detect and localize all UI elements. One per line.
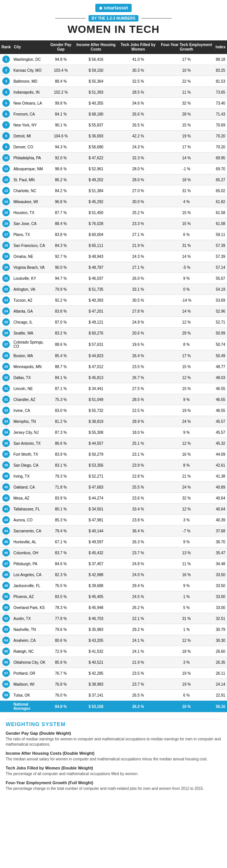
- rank-badge: 24: [2, 307, 10, 315]
- cell-tech-jobs: 33.4 %: [117, 504, 159, 515]
- cell-gender-pay-gap: 76.0 %: [47, 690, 75, 701]
- divider-left: [55, 18, 86, 19]
- rank-badge: 22: [2, 285, 10, 293]
- cell-tech-jobs: 26.3 %: [117, 537, 159, 547]
- cell-city: Virginia Beach, VA: [12, 262, 47, 273]
- cell-income: $ 37,457: [75, 558, 117, 569]
- cell-index: 33.50: [214, 569, 227, 580]
- cell-avg-employment-growth: 10 %: [159, 701, 214, 712]
- rank-badge: 8: [2, 132, 10, 140]
- cell-income: $ 44,557: [75, 438, 117, 449]
- cell-employment-growth: 11 %: [159, 558, 214, 569]
- cell-income: $ 46,037: [75, 273, 117, 284]
- rank-badge: 43: [2, 516, 10, 524]
- table-row: 46 Columbus, OH 83.7 % $ 45,432 23.7 % 1…: [0, 547, 227, 558]
- cell-tech-jobs: 29.4 %: [117, 580, 159, 591]
- cell-gender-pay-gap: 75.3 %: [47, 394, 75, 405]
- rank-badge: 47: [2, 560, 10, 567]
- cell-gender-pay-gap: 92.7 %: [47, 251, 75, 262]
- table-row: 8 Detroit, MI 104.6 % $ 36,693 42.2 % 19…: [0, 131, 227, 142]
- cell-employment-growth: 11 %: [159, 87, 214, 98]
- cell-tech-jobs: 28.5 %: [117, 394, 159, 405]
- cell-employment-growth: 9 %: [159, 537, 214, 547]
- cell-employment-growth: 4 %: [159, 196, 214, 207]
- cell-tech-jobs: 23.8 %: [117, 515, 159, 526]
- cell-index: 70.20: [214, 142, 227, 153]
- cell-rank: 47: [0, 558, 12, 569]
- cell-city: Aurora, CO: [12, 515, 47, 526]
- cell-income: $ 45,405: [75, 591, 117, 602]
- cell-rank: 10: [0, 153, 12, 163]
- cell-gender-pay-gap: 99.8 %: [47, 98, 75, 109]
- cell-index: 65.02: [214, 185, 227, 196]
- cell-index: 65.27: [214, 174, 227, 185]
- cell-index: 59.11: [214, 229, 227, 240]
- cell-gender-pay-gap: 77.8 %: [47, 613, 75, 624]
- cell-employment-growth: 12 %: [159, 372, 214, 383]
- cell-tech-jobs: 20.6 %: [117, 328, 159, 339]
- cell-gender-pay-gap: 94.7 %: [47, 273, 75, 284]
- shield-icon: ■: [99, 5, 102, 11]
- cell-city: Fremont, CA: [12, 109, 47, 120]
- cell-employment-growth: 1 %: [159, 591, 214, 602]
- rank-badge: 53: [2, 626, 10, 633]
- table-row: 34 Jersey City, NJ 87.3 % $ 55,308 18.0 …: [0, 427, 227, 438]
- cell-index: 40.64: [214, 504, 227, 515]
- cell-rank: 46: [0, 547, 12, 558]
- cell-income: $ 45,432: [75, 547, 117, 558]
- cell-rank: 14: [0, 196, 12, 207]
- cell-city: Oakland, CA: [12, 482, 47, 493]
- col-header-gender-pay-gap: Gender Pay Gap: [47, 40, 75, 54]
- weighting-section: WEIGHTING SYSTEM Gender Pay Gap (Double …: [0, 712, 227, 800]
- table-row: 53 Nashville, TN 79.6 % $ 35,983 29.2 % …: [0, 624, 227, 635]
- cell-rank: 34: [0, 427, 12, 438]
- cell-income: $ 50,279: [75, 449, 117, 460]
- cell-gender-pay-gap: 84.1 %: [47, 372, 75, 383]
- cell-city: Anaheim, CA: [12, 635, 47, 646]
- rank-badge: 31: [2, 396, 10, 403]
- cell-tech-jobs: 23.9 %: [117, 460, 159, 471]
- cell-city: Jersey City, NJ: [12, 427, 47, 438]
- cell-index: 69.95: [214, 153, 227, 163]
- table-row: 12 St. Paul, MN 86.2 % $ 49,202 28.0 % 1…: [0, 174, 227, 185]
- cell-city: San Jose, CA: [12, 218, 47, 229]
- cell-tech-jobs: 34.6 %: [117, 98, 159, 109]
- rank-badge: 26: [2, 329, 10, 337]
- table-row: 39 Irving, TX 79.3 % $ 52,271 22.8 % 21 …: [0, 471, 227, 482]
- cell-employment-growth: 15 %: [159, 207, 214, 218]
- cell-employment-growth: 17 %: [159, 54, 214, 65]
- weighting-item-desc: The ratio of median earnings for women i…: [6, 737, 221, 747]
- page-container: ■ smartasset BY THE 1-2-3 NUMBERS WOMEN …: [0, 0, 227, 800]
- table-row: 25 Chicago, IL 87.0 % $ 49,121 24.9 % 12…: [0, 317, 227, 328]
- rank-badge: 5: [2, 99, 10, 107]
- cell-employment-growth: 5 %: [159, 602, 214, 613]
- cell-gender-pay-gap: 80.6 %: [47, 635, 75, 646]
- cell-rank: 24: [0, 306, 12, 317]
- cell-gender-pay-gap: 96.8 %: [47, 196, 75, 207]
- cell-tech-jobs: 26.6 %: [117, 109, 159, 120]
- cell-income: $ 36,693: [75, 131, 117, 142]
- cell-index: 48.77: [214, 361, 227, 372]
- cell-rank: 8: [0, 131, 12, 142]
- cell-gender-pay-gap: 87.0 %: [47, 317, 75, 328]
- table-row: 34 Memphis, TN 81.2 % $ 38,819 28.9 % 24…: [0, 416, 227, 427]
- table-row: 40 Oakland, CA 71.8 % $ 47,683 25.5 % 24…: [0, 482, 227, 493]
- cell-index: 44.09: [214, 449, 227, 460]
- cell-tech-jobs: 22.8 %: [117, 471, 159, 482]
- cell-rank: 39: [0, 471, 12, 482]
- table-row: 7 New York, NY 90.1 % $ 55,837 26.5 % 15…: [0, 120, 227, 131]
- cell-employment-growth: 9 %: [159, 273, 214, 284]
- table-row: 55 Raleigh, NC 72.9 % $ 41,532 24.1 % 18…: [0, 646, 227, 657]
- cell-index: 70.69: [214, 120, 227, 131]
- table-row: 19 Omaha, NE 92.7 % $ 48,943 24.3 % 14 %…: [0, 251, 227, 262]
- weighting-item: Gender Pay Gap (Double Weight) The ratio…: [6, 731, 221, 747]
- table-header-row: Rank City Gender Pay Gap Income After Ho…: [0, 40, 227, 54]
- rank-badge: 52: [2, 615, 10, 622]
- cell-city: Kansas City, MO: [12, 65, 47, 76]
- cell-employment-growth: 17 %: [159, 350, 214, 361]
- cell-gender-pay-gap: 85.4 %: [47, 350, 75, 361]
- cell-employment-growth: 12 %: [159, 438, 214, 449]
- rank-badge: 13: [2, 187, 10, 194]
- cell-employment-growth: -7 %: [159, 526, 214, 537]
- cell-rank: 5: [0, 98, 12, 109]
